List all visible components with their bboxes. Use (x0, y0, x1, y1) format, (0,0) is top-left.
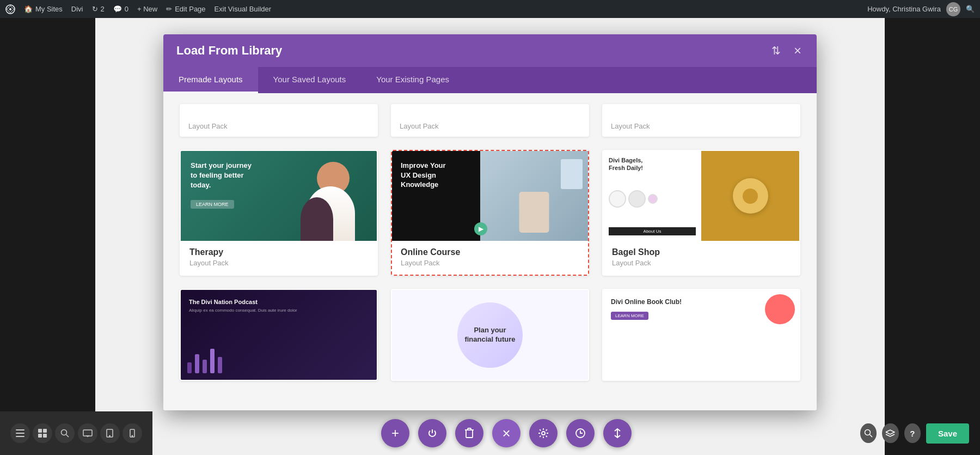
new-menu[interactable]: + New (137, 5, 157, 13)
svg-rect-3 (16, 433, 24, 434)
modal-overlay: Load From Library ⇅ × Premade Layouts Yo… (0, 18, 980, 455)
toolbar-help-button[interactable]: ? (904, 423, 921, 443)
layout-grid-bottom: The Divi Nation Podcast Aliquip ex ea co… (180, 289, 800, 381)
bagel-circles (609, 190, 696, 208)
my-sites-menu[interactable]: 🏠 My Sites (24, 5, 63, 13)
layout-card-partial-3[interactable]: Layout Pack (602, 104, 800, 137)
card-image-bookclub: Divi Online Book Club! LEARN MORE (603, 290, 799, 380)
layout-card-podcast[interactable]: The Divi Nation Podcast Aliquip ex ea co… (180, 289, 378, 381)
toolbar-history-button[interactable] (566, 419, 595, 447)
card-image-podcast: The Divi Nation Podcast Aliquip ex ea co… (181, 290, 377, 380)
layout-card-online-course[interactable]: Improve YourUX DesignKnowledge ▶ Onlin (391, 150, 589, 276)
online-course-play-btn: ▶ (474, 222, 487, 235)
card-info-therapy: Therapy Layout Pack (181, 241, 377, 275)
layout-card-therapy[interactable]: Start your journeyto feeling bettertoday… (180, 150, 378, 276)
toolbar-close-button[interactable]: × (492, 419, 520, 447)
divi-menu[interactable]: Divi (71, 5, 83, 13)
bagel-about-text: About Us (609, 227, 696, 235)
toolbar-center: + × (152, 419, 860, 447)
svg-rect-8 (43, 434, 47, 438)
layout-card-partial-1[interactable]: Layout Pack (180, 104, 378, 137)
svg-line-10 (66, 435, 69, 438)
admin-bar-right: Howdy, Christina Gwira CG 🔍 (867, 2, 975, 16)
finance-circle: Plan your financial future (457, 302, 523, 368)
home-icon: 🏠 (24, 5, 33, 13)
toolbar-right: ? Save (860, 411, 980, 455)
admin-bar: 🏠 My Sites Divi ↻ 2 💬 0 + New ✏ Edit Pag… (0, 0, 980, 18)
user-avatar[interactable]: CG (946, 2, 960, 16)
bagel-logo-text: Divi Bagels, Fresh Daily! (609, 156, 696, 172)
comments-menu[interactable]: 💬 0 (113, 5, 128, 13)
card-type-therapy: Layout Pack (189, 259, 368, 267)
svg-rect-2 (16, 429, 24, 430)
therapy-button: LEARN MORE (191, 200, 234, 209)
modal-title: Load From Library (176, 44, 761, 58)
card-name-online-course: Online Course (401, 247, 579, 257)
svg-rect-7 (38, 434, 42, 438)
card-type-label: Layout Pack (400, 122, 439, 130)
svg-rect-4 (16, 436, 24, 437)
card-type-label: Layout Pack (188, 122, 228, 130)
bagel-left-panel: Divi Bagels, Fresh Daily! About Us (603, 151, 701, 241)
tab-saved-layouts[interactable]: Your Saved Layouts (258, 67, 362, 93)
svg-point-9 (62, 430, 67, 435)
svg-point-1 (9, 8, 11, 10)
therapy-overlay-text: Start your journeyto feeling bettertoday… (191, 161, 252, 191)
card-name-therapy: Therapy (189, 247, 368, 257)
card-info-online-course: Online Course Layout Pack (392, 241, 588, 275)
modal-close-button[interactable]: × (792, 41, 804, 60)
layout-card-bagel-shop[interactable]: Divi Bagels, Fresh Daily! About Us (602, 150, 800, 276)
card-type-label: Layout Pack (611, 122, 650, 130)
toolbar-layers-button[interactable] (882, 423, 898, 443)
card-type-bagel-shop: Layout Pack (612, 259, 791, 267)
wordpress-logo[interactable] (5, 4, 15, 14)
layout-card-finance[interactable]: Plan your financial future (391, 289, 589, 381)
toolbar-tablet-view-button[interactable] (100, 423, 120, 443)
revisions-menu[interactable]: ↻ 2 (92, 5, 105, 13)
svg-rect-5 (38, 429, 42, 433)
bottom-toolbar: + × ? (0, 411, 980, 455)
card-image-finance: Plan your financial future (392, 290, 588, 380)
toolbar-grid-button[interactable] (33, 423, 52, 443)
podcast-bars (187, 349, 370, 373)
toolbar-settings-button[interactable] (529, 419, 558, 447)
podcast-text: The Divi Nation Podcast Aliquip ex ea co… (189, 298, 369, 314)
modal-tabs: Premade Layouts Your Saved Layouts Your … (163, 67, 817, 93)
edit-page-link[interactable]: ✏ Edit Page (166, 5, 205, 13)
card-type-online-course: Layout Pack (401, 259, 579, 267)
bookclub-cta: LEARN MORE (611, 312, 648, 320)
modal-content[interactable]: Layout Pack Layout Pack Layout Pack (163, 93, 817, 410)
admin-search-icon[interactable]: 🔍 (966, 5, 975, 13)
layout-grid-main: Start your journeyto feeling bettertoday… (180, 150, 800, 276)
svg-point-17 (132, 435, 133, 436)
page-background: Load From Library ⇅ × Premade Layouts Yo… (0, 18, 980, 455)
toolbar-mobile-view-button[interactable] (122, 423, 142, 443)
toolbar-power-button[interactable] (418, 419, 446, 447)
user-greeting: Howdy, Christina Gwira (867, 5, 941, 13)
save-button[interactable]: Save (926, 423, 969, 444)
layout-card-partial-2[interactable]: Layout Pack (391, 104, 589, 137)
svg-rect-11 (83, 430, 92, 436)
exit-builder-link[interactable]: Exit Visual Builder (215, 5, 272, 13)
modal-header: Load From Library ⇅ × (163, 34, 817, 67)
toolbar-desktop-view-button[interactable] (78, 423, 97, 443)
online-course-image (480, 151, 588, 241)
toolbar-search-right-button[interactable] (860, 423, 877, 443)
toolbar-menu-button[interactable] (10, 423, 30, 443)
load-from-library-modal: Load From Library ⇅ × Premade Layouts Yo… (163, 34, 817, 410)
card-image-online-course: Improve YourUX DesignKnowledge ▶ (392, 151, 588, 241)
layout-card-bookclub[interactable]: Divi Online Book Club! LEARN MORE (602, 289, 800, 381)
svg-point-15 (109, 435, 111, 436)
toolbar-transfer-button[interactable] (603, 419, 632, 447)
modal-filter-button[interactable]: ⇅ (769, 42, 783, 59)
toolbar-search-button[interactable] (55, 423, 75, 443)
bagel-right-panel (701, 151, 799, 241)
tab-premade-layouts[interactable]: Premade Layouts (163, 67, 258, 93)
toolbar-delete-button[interactable] (455, 419, 483, 447)
toolbar-add-button[interactable]: + (381, 419, 409, 447)
card-image-therapy: Start your journeyto feeling bettertoday… (181, 151, 377, 241)
svg-line-22 (870, 435, 873, 438)
tab-existing-pages[interactable]: Your Existing Pages (361, 67, 464, 93)
bookclub-circle (765, 294, 795, 324)
top-partial-row: Layout Pack Layout Pack Layout Pack (180, 104, 800, 137)
